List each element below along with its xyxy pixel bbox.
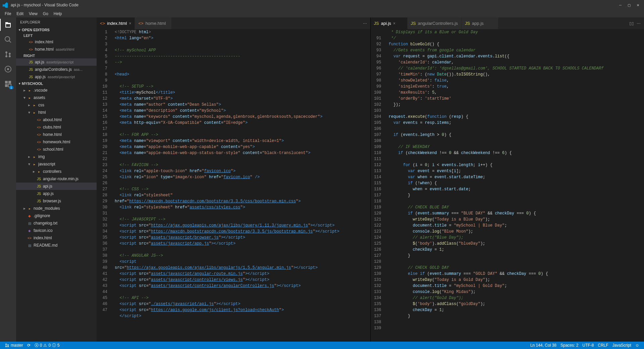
chevron-icon: ▾	[28, 162, 32, 166]
maximize-button[interactable]: ▢	[628, 3, 631, 7]
sidebar: EXPLORER OPEN EDITORS LEFT <>index.html<…	[16, 17, 97, 342]
tab[interactable]: JSapi.js×	[371, 17, 408, 29]
tab-actions-right: ▯▯ ⋯	[626, 17, 644, 29]
eol[interactable]: CRLF	[596, 343, 610, 348]
feedback-icon[interactable]: ☺	[633, 343, 641, 348]
html-icon: <>	[28, 39, 34, 45]
svg-rect-3	[8, 81, 11, 84]
menu-help[interactable]: Help	[51, 11, 65, 17]
chevron-icon: ▸	[23, 206, 27, 211]
tabbar-right: JSapi.js×JSangularControllers.jsJSapp.js…	[371, 17, 644, 29]
tree-item[interactable]: <>school.html	[16, 146, 97, 153]
folder-icon: ▸	[27, 95, 32, 100]
git-branch[interactable]: master	[3, 343, 25, 348]
tab[interactable]: JSapp.js	[462, 17, 498, 29]
tab[interactable]: <>index.html×	[97, 17, 135, 29]
tree-item[interactable]: <>home.html	[16, 131, 97, 138]
minimize-button[interactable]: ─	[619, 3, 622, 7]
tree-item[interactable]: ▾▸javascript	[16, 160, 97, 168]
menu-edit[interactable]: Edit	[14, 11, 26, 17]
tree-item[interactable]: ▤README.md	[16, 242, 97, 249]
js-icon: JS	[36, 191, 42, 196]
folder-icon: ▸	[27, 88, 32, 93]
html-icon: <>	[36, 147, 42, 152]
indent[interactable]: Spaces: 2	[558, 343, 580, 348]
tree-item[interactable]: JSbrowser.js	[16, 197, 97, 205]
project-header[interactable]: MYSCHOOL	[16, 81, 97, 87]
tree-item[interactable]: ▸▸css	[16, 101, 97, 109]
svg-point-1	[7, 68, 9, 70]
menu-view[interactable]: View	[26, 11, 40, 17]
source-control-icon[interactable]	[4, 50, 12, 58]
debug-icon[interactable]	[4, 65, 12, 73]
language-mode[interactable]: JavaScript	[610, 343, 633, 348]
more-icon[interactable]: ⋯	[637, 21, 641, 26]
tree-item[interactable]: JSangular-route.min.js	[16, 175, 97, 183]
tree-item[interactable]: ▸▸node_modules	[16, 205, 97, 212]
open-editor-item[interactable]: <>index.html	[16, 38, 97, 46]
chevron-icon: ▸	[23, 88, 27, 93]
close-button[interactable]: ✕	[637, 3, 639, 7]
gutter-right: 91 92 93 94 95 96 97 98 99 100 101 102 1…	[371, 29, 387, 342]
tree-item[interactable]: ▸▸controllers	[16, 168, 97, 175]
tree-item[interactable]: <>homework.html	[16, 138, 97, 146]
sidebar-title: EXPLORER	[16, 17, 97, 27]
window-controls: ─ ▢ ✕	[619, 3, 641, 7]
sync-icon[interactable]: ⟳	[25, 343, 33, 348]
explorer-icon[interactable]	[4, 21, 12, 29]
tree-item[interactable]: JSapi.js	[16, 183, 97, 190]
js-icon: JS	[36, 184, 42, 189]
code-right[interactable]: * Displays if its a Blue or Gold Day */ …	[387, 29, 644, 342]
tree-item[interactable]: ▸▸img	[16, 153, 97, 160]
html-icon: <>	[36, 124, 42, 130]
encoding[interactable]: UTF-8	[580, 343, 596, 348]
tree-item[interactable]: <>clubs.html	[16, 123, 97, 131]
file-icon: ▤	[27, 243, 32, 248]
editor-group-right: JSapi.js×JSangularControllers.jsJSapp.js…	[371, 17, 644, 342]
html-icon: <>	[27, 235, 32, 241]
activitybar: 1	[0, 17, 16, 342]
tab[interactable]: JSangularControllers.js	[408, 17, 462, 29]
chevron-icon: ▸	[33, 169, 36, 174]
tree-item[interactable]: JSapp.js	[16, 190, 97, 197]
tree-item[interactable]: ▸▸.vscode	[16, 87, 97, 94]
open-editor-item[interactable]: JSangularControllers.jsass...	[16, 66, 97, 73]
cursor-position[interactable]: Ln 144, Col 38	[528, 343, 558, 348]
problems[interactable]: ⓧ0 ⚠0 ⓘ5	[33, 343, 62, 348]
open-editor-item[interactable]: JSapi.jsassets\javascript	[16, 58, 97, 66]
tree-item[interactable]: ◈favicon.ico	[16, 227, 97, 234]
js-icon: JS	[28, 67, 34, 72]
tree-item[interactable]: ▤changelog.txt	[16, 219, 97, 227]
tab[interactable]: <>home.html	[135, 17, 172, 29]
titlebar: api.js - myschool - Visual Studio Code ─…	[0, 0, 644, 10]
code-left[interactable]: <!DOCTYPE html> <html lang="en"> <!-- my…	[113, 29, 370, 342]
open-editor-item[interactable]: <>home.htmlassets\html	[16, 46, 97, 53]
vscode-logo-icon	[3, 2, 8, 8]
chevron-icon: ▾	[23, 95, 27, 100]
js-icon: JS	[36, 198, 42, 204]
open-editors-header[interactable]: OPEN EDITORS	[16, 27, 97, 33]
search-icon[interactable]	[4, 36, 12, 44]
html-icon: <>	[36, 117, 42, 122]
chevron-icon: ▸	[28, 154, 32, 159]
tree-item[interactable]: ▾▸assets	[16, 94, 97, 101]
folder-icon: ▸	[36, 169, 42, 174]
menu-go[interactable]: Go	[40, 11, 51, 17]
split-editor-icon[interactable]: ▯▯	[629, 21, 634, 26]
tree-item[interactable]: <>about.html	[16, 116, 97, 123]
window-title: api.js - myschool - Visual Studio Code	[11, 3, 619, 7]
tree-item[interactable]: ◆.gitignore	[16, 212, 97, 219]
tree-item[interactable]: ▾▸html	[16, 109, 97, 116]
js-icon: JS	[411, 21, 416, 26]
chevron-icon: ▸	[28, 103, 32, 107]
more-icon[interactable]: ⋯	[363, 21, 367, 26]
extensions-icon[interactable]: 1	[4, 80, 12, 88]
close-icon[interactable]: ×	[129, 21, 131, 26]
open-editor-item[interactable]: JSapp.jsassets\javascript	[16, 73, 97, 81]
menu-file[interactable]: File	[2, 11, 14, 17]
folder-icon: ▸	[32, 110, 37, 115]
folder-icon: ▸	[32, 161, 37, 167]
close-icon[interactable]: ×	[393, 21, 395, 26]
git-icon: ◆	[27, 213, 32, 218]
tree-item[interactable]: <>index.html	[16, 234, 97, 242]
